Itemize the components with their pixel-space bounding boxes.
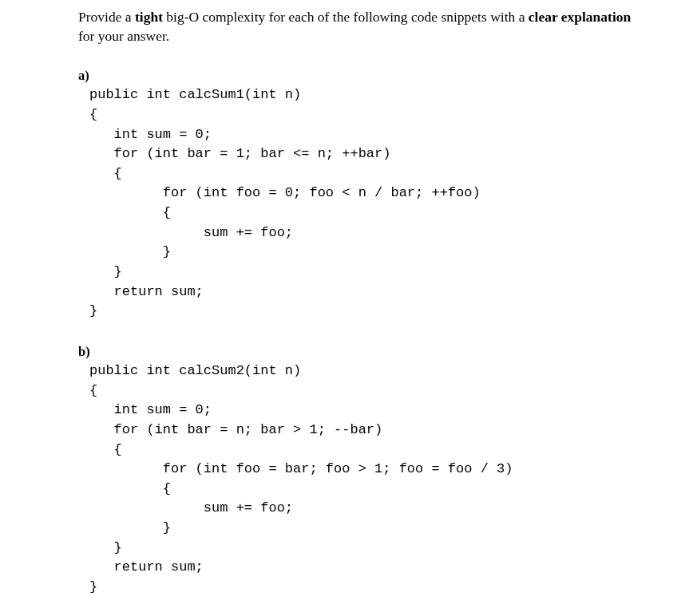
problem-a-code: public int calcSum1(int n) { int sum = 0…	[89, 85, 633, 322]
intro-text-mid: big-O complexity for each of the followi…	[163, 9, 529, 25]
intro-text-post: for your answer.	[78, 28, 169, 44]
problem-b: b) public int calcSum2(int n) { int sum …	[78, 344, 633, 598]
intro-text-pre: Provide a	[78, 9, 135, 25]
problem-a-label: a)	[78, 68, 633, 84]
problem-a: a) public int calcSum1(int n) { int sum …	[78, 68, 633, 322]
question-intro: Provide a tight big-O complexity for eac…	[78, 8, 633, 45]
problem-b-label: b)	[78, 344, 633, 360]
intro-clear: clear explanation	[529, 9, 632, 25]
intro-tight: tight	[135, 9, 163, 25]
page: Provide a tight big-O complexity for eac…	[0, 0, 689, 616]
problem-b-code: public int calcSum2(int n) { int sum = 0…	[89, 361, 633, 598]
